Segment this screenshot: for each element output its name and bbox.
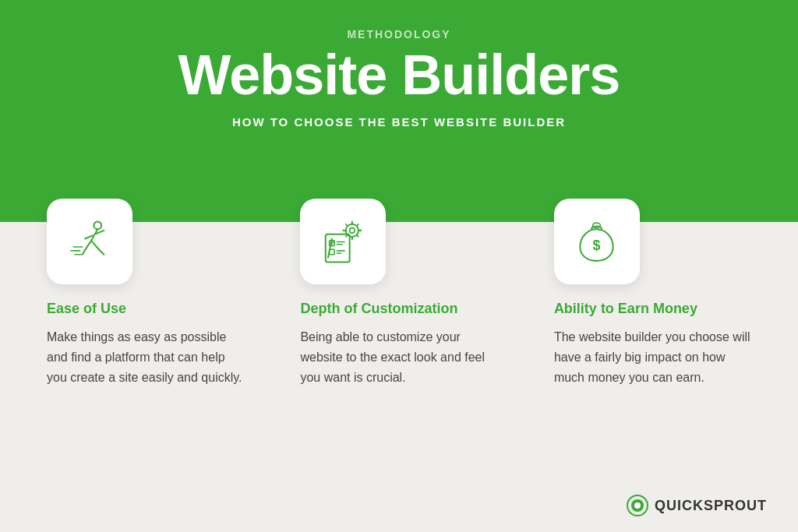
customization-icon [318,217,369,267]
svg-line-4 [91,240,99,248]
ease-of-use-text: Make things as easy as possible and find… [47,327,244,387]
svg-point-35 [634,502,641,509]
methodology-label: METHODOLOGY [347,28,450,41]
svg-point-31 [593,223,601,228]
card-customization: Depth of Customization Being able to cus… [300,199,497,387]
svg-line-17 [346,224,348,225]
main-container: METHODOLOGY Website Builders HOW TO CHOO… [0,0,798,532]
svg-line-20 [357,224,358,225]
card-ease-of-use: Ease of Use Make things as easy as possi… [47,199,244,387]
runner-icon [65,217,115,267]
earn-money-icon-box: $ [554,199,640,284]
svg-text:$: $ [593,238,601,253]
ease-of-use-title: Ease of Use [47,300,126,318]
customization-icon-box [300,199,386,284]
ease-of-use-icon-box [47,199,132,284]
customization-title: Depth of Customization [300,300,457,318]
header-section: METHODOLOGY Website Builders HOW TO CHOO… [0,0,798,175]
quicksprout-logo-text: QUICKSPROUT [655,498,767,514]
svg-line-7 [82,248,86,254]
earn-money-text: The website builder you choose will have… [554,327,751,387]
svg-line-3 [85,235,93,238]
svg-line-18 [357,234,358,236]
quicksprout-logo-icon [627,495,648,516]
svg-point-0 [94,221,101,229]
svg-line-5 [98,249,104,255]
bottom-section: Ease of Use Make things as easy as possi… [0,175,798,532]
subtitle: HOW TO CHOOSE THE BEST WEBSITE BUILDER [232,115,566,129]
svg-point-12 [350,227,355,233]
earn-money-title: Ability to Earn Money [554,300,697,318]
svg-line-19 [346,234,348,236]
customization-text: Being able to customize your website to … [300,327,497,387]
svg-line-6 [86,240,91,248]
card-earn-money: $ Ability to Earn Money The website buil… [554,199,751,387]
logo-area: QUICKSPROUT [627,495,767,516]
svg-rect-21 [326,234,350,262]
money-bag-icon: $ [571,217,622,267]
main-title: Website Builders [178,47,620,103]
cards-row: Ease of Use Make things as easy as possi… [47,175,751,387]
